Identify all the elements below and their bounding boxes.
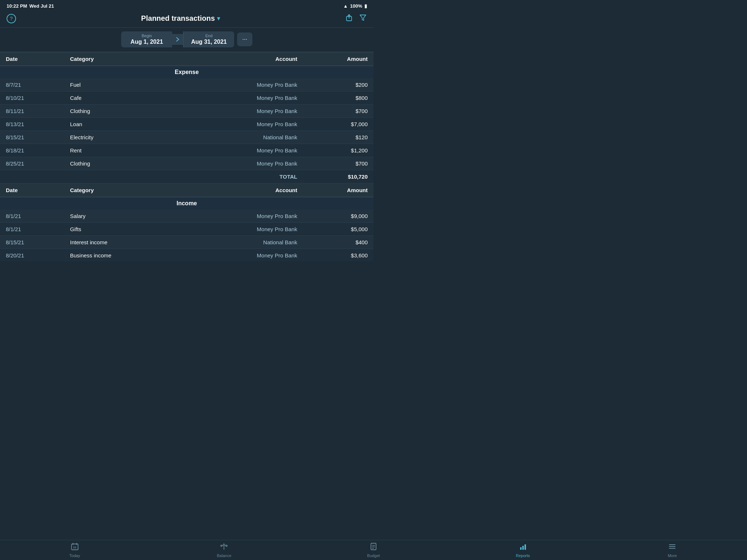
row-date: 8/7/21 <box>0 78 64 92</box>
row-date: 8/15/21 <box>0 131 64 144</box>
row-account: Money Pro Bank <box>178 144 303 157</box>
date-range-more-button[interactable]: ··· <box>237 32 252 46</box>
table-row[interactable]: 8/13/21 Loan Money Pro Bank $7,000 <box>0 118 374 131</box>
expense-section-label: Expense <box>0 66 374 79</box>
row-account: National Bank <box>178 236 303 249</box>
row-account: Money Pro Bank <box>178 78 303 92</box>
end-date-box[interactable]: End Aug 31, 2021 <box>183 31 234 47</box>
row-amount: $5,000 <box>303 223 374 236</box>
row-date: 8/20/21 <box>0 249 64 262</box>
row-date: 8/11/21 <box>0 105 64 118</box>
row-account: Money Pro Bank <box>178 118 303 131</box>
income-col-category: Category <box>64 183 178 197</box>
income-section-label: Income <box>0 197 374 210</box>
row-amount: $9,000 <box>303 210 374 223</box>
row-amount: $700 <box>303 157 374 170</box>
begin-date-box[interactable]: Begin Aug 1, 2021 <box>121 31 172 47</box>
row-category: Salary <box>64 210 178 223</box>
battery-icon: ▮ <box>364 3 367 9</box>
row-amount: $200 <box>303 78 374 92</box>
row-amount: $7,000 <box>303 118 374 131</box>
row-date: 8/10/21 <box>0 92 64 105</box>
expense-total-label: TOTAL <box>178 170 303 183</box>
row-amount: $800 <box>303 92 374 105</box>
row-account: Money Pro Bank <box>178 223 303 236</box>
row-amount: $120 <box>303 131 374 144</box>
table-row[interactable]: 8/1/21 Salary Money Pro Bank $9,000 <box>0 210 374 223</box>
row-date: 8/1/21 <box>0 210 64 223</box>
date-range-arrow-icon <box>172 34 183 45</box>
row-account: Money Pro Bank <box>178 105 303 118</box>
row-category: Gifts <box>64 223 178 236</box>
table-row[interactable]: 8/18/21 Rent Money Pro Bank $1,200 <box>0 144 374 157</box>
table-row[interactable]: 8/15/21 Electricity National Bank $120 <box>0 131 374 144</box>
income-section-header: Income <box>0 197 374 210</box>
expense-col-header: Date Category Account Amount <box>0 52 374 66</box>
wifi-icon: ▲ <box>343 3 348 9</box>
table-row[interactable]: 8/1/21 Gifts Money Pro Bank $5,000 <box>0 223 374 236</box>
date-range-bar: Begin Aug 1, 2021 End Aug 31, 2021 ··· <box>0 28 374 52</box>
begin-label: Begin <box>128 34 165 38</box>
end-value: Aug 31, 2021 <box>191 39 227 45</box>
row-category: Business income <box>64 249 178 262</box>
row-account: National Bank <box>178 131 303 144</box>
row-date: 8/25/21 <box>0 157 64 170</box>
row-category: Loan <box>64 118 178 131</box>
row-category: Clothing <box>64 157 178 170</box>
row-date: 8/1/21 <box>0 223 64 236</box>
expense-col-category: Category <box>64 52 178 66</box>
table-row[interactable]: 8/7/21 Fuel Money Pro Bank $200 <box>0 78 374 92</box>
date-display: Wed Jul 21 <box>29 3 54 9</box>
table-row[interactable]: 8/11/21 Clothing Money Pro Bank $700 <box>0 105 374 118</box>
row-date: 8/15/21 <box>0 236 64 249</box>
top-nav: ? Planned transactions ▾ <box>0 11 374 28</box>
filter-button[interactable] <box>359 13 367 23</box>
page-title[interactable]: Planned transactions ▾ <box>141 14 220 23</box>
table-row[interactable]: 8/25/21 Clothing Money Pro Bank $700 <box>0 157 374 170</box>
income-col-account: Account <box>178 183 303 197</box>
income-col-header: Date Category Account Amount <box>0 183 374 197</box>
status-bar: 10:22 PM Wed Jul 21 ▲ 100% ▮ <box>0 0 374 11</box>
svg-marker-2 <box>360 15 366 20</box>
time-display: 10:22 PM <box>7 3 27 9</box>
row-category: Interest income <box>64 236 178 249</box>
table-row[interactable]: 8/20/21 Business income Money Pro Bank $… <box>0 249 374 262</box>
row-date: 8/18/21 <box>0 144 64 157</box>
page-title-text: Planned transactions <box>141 14 215 23</box>
share-button[interactable] <box>345 13 353 23</box>
row-category: Rent <box>64 144 178 157</box>
income-col-date: Date <box>0 183 64 197</box>
table-row[interactable]: 8/15/21 Interest income National Bank $4… <box>0 236 374 249</box>
row-category: Electricity <box>64 131 178 144</box>
dropdown-chevron: ▾ <box>217 15 220 22</box>
row-account: Money Pro Bank <box>178 249 303 262</box>
row-account: Money Pro Bank <box>178 210 303 223</box>
row-account: Money Pro Bank <box>178 92 303 105</box>
row-category: Fuel <box>64 78 178 92</box>
row-category: Clothing <box>64 105 178 118</box>
expense-col-date: Date <box>0 52 64 66</box>
row-amount: $400 <box>303 236 374 249</box>
transactions-table: Date Category Account Amount Expense 8/7… <box>0 52 374 261</box>
row-amount: $1,200 <box>303 144 374 157</box>
row-amount: $3,600 <box>303 249 374 262</box>
row-category: Cafe <box>64 92 178 105</box>
expense-total-row: TOTAL $10,720 <box>0 170 374 183</box>
expense-col-account: Account <box>178 52 303 66</box>
row-account: Money Pro Bank <box>178 157 303 170</box>
begin-value: Aug 1, 2021 <box>128 39 165 45</box>
expense-section-header: Expense <box>0 66 374 79</box>
expense-total-value: $10,720 <box>303 170 374 183</box>
row-amount: $700 <box>303 105 374 118</box>
row-date: 8/13/21 <box>0 118 64 131</box>
table-row[interactable]: 8/10/21 Cafe Money Pro Bank $800 <box>0 92 374 105</box>
table-container: Date Category Account Amount Expense 8/7… <box>0 52 374 261</box>
income-col-amount: Amount <box>303 183 374 197</box>
expense-col-amount: Amount <box>303 52 374 66</box>
end-label: End <box>191 34 227 38</box>
battery-display: 100% <box>350 3 362 9</box>
help-button[interactable]: ? <box>7 14 16 23</box>
